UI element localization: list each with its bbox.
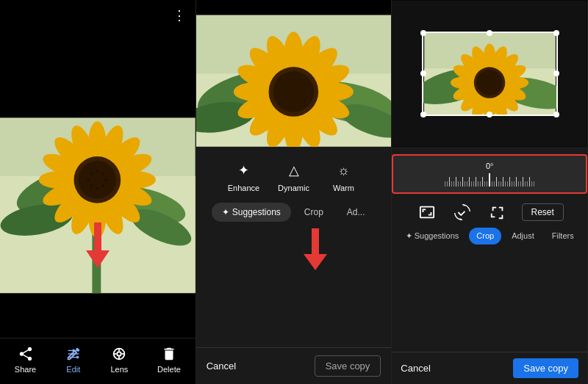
panel3-adjust-tab[interactable]: Adjust (504, 228, 542, 244)
rotation-strip[interactable]: 0° (392, 154, 587, 194)
warm-icon: ☼ (334, 160, 354, 181)
crop-handle-rm[interactable] (553, 70, 559, 76)
share-button[interactable]: Share (15, 346, 36, 374)
crop-handle-tr[interactable] (553, 30, 559, 36)
panel1-bottom-bar: Share Edit (0, 338, 196, 384)
panel2-tabs-row: ✦ Suggestions Crop Ad... (196, 203, 392, 222)
panel2-suggestions-tab[interactable]: ✦ Suggestions (212, 203, 290, 222)
rotate-icon[interactable] (451, 201, 473, 223)
delete-label: Delete (157, 365, 181, 374)
svg-point-36 (72, 349, 75, 352)
p3-suggestions-label: ✦ Suggestions (406, 231, 459, 240)
panel3-crop-tab[interactable]: Crop (469, 228, 501, 244)
crop-icons-row: Reset (416, 201, 564, 223)
adjust-tab-label: Ad... (347, 207, 365, 217)
panel2-adjust-tab[interactable]: Ad... (337, 203, 376, 222)
svg-point-97 (476, 70, 502, 95)
dynamic-tool[interactable]: △ Dynamic (276, 160, 312, 192)
crop-handle-br[interactable] (553, 112, 559, 117)
p3-filters-label: Filters (552, 231, 574, 240)
dynamic-icon: △ (284, 160, 304, 181)
crop-handle-tm[interactable] (487, 30, 492, 36)
warm-tool[interactable]: ☼ Warm (326, 160, 362, 192)
panel2-cancel-button[interactable]: Cancel (207, 361, 236, 372)
enhance-icon: ✦ (234, 160, 254, 181)
panel2-image-area (196, 0, 392, 147)
svg-point-42 (76, 356, 79, 359)
panel3-tabs-row: ✦ Suggestions Crop Adjust Filters (392, 228, 587, 244)
svg-point-73 (273, 71, 314, 112)
svg-point-25 (78, 161, 116, 199)
warm-label: Warm (333, 184, 354, 192)
svg-point-26 (90, 173, 93, 175)
p3-adjust-label: Adjust (512, 231, 534, 240)
reset-button[interactable]: Reset (522, 203, 564, 221)
aspect-ratio-icon[interactable] (416, 201, 438, 223)
edit-label: Edit (66, 365, 80, 374)
crop-handle-tl[interactable] (420, 30, 426, 36)
svg-point-30 (101, 184, 104, 187)
panel3-cancel-button[interactable]: Cancel (401, 363, 430, 374)
crop-handle-bm[interactable] (487, 112, 492, 117)
svg-point-33 (87, 178, 90, 181)
dynamic-label: Dynamic (278, 184, 309, 192)
panel3-image-area (392, 0, 587, 147)
rotation-value: 0° (486, 162, 494, 170)
crop-tab-label: Crop (304, 207, 323, 217)
panel-1: ⋮ (0, 0, 196, 384)
panel-3: 0° (392, 0, 588, 384)
crop-box[interactable] (422, 32, 558, 116)
panel1-image-area: ⋮ (0, 0, 196, 338)
edit-button[interactable]: Edit (65, 346, 82, 374)
delete-button[interactable]: Delete (157, 346, 181, 374)
panel2-bottom-bar: Cancel Save copy (196, 347, 392, 384)
crop-handle-lm[interactable] (420, 70, 426, 76)
rotation-ticks (398, 173, 581, 186)
enhance-tool[interactable]: ✦ Enhance (226, 160, 262, 192)
svg-point-44 (118, 352, 122, 356)
suggestions-tab-label: ✦ Suggestions (222, 207, 280, 217)
svg-point-32 (90, 184, 93, 187)
svg-point-27 (96, 170, 98, 173)
p3-crop-label: Crop (476, 231, 494, 240)
lens-label: Lens (111, 365, 129, 374)
panel2-tools-area: ✦ Enhance △ Dynamic ☼ Warm ✦ Suggestions… (196, 147, 392, 347)
svg-point-31 (96, 187, 98, 190)
red-arrow-2 (304, 228, 327, 270)
red-arrow-1 (86, 222, 110, 268)
panel2-save-copy-button[interactable]: Save copy (315, 355, 381, 377)
enhance-label: Enhance (228, 184, 259, 192)
crop-handle-bl[interactable] (420, 112, 426, 117)
panel3-bottom-bar: Cancel Save copy (392, 352, 587, 384)
share-label: Share (15, 365, 36, 374)
panel2-tools-row: ✦ Enhance △ Dynamic ☼ Warm (226, 160, 362, 192)
panel2-crop-tab[interactable]: Crop (294, 203, 334, 222)
panel3-crop-tools-area: 0° (392, 147, 587, 352)
panel3-suggestions-tab[interactable]: ✦ Suggestions (398, 228, 467, 244)
panel3-save-copy-button[interactable]: Save copy (513, 358, 578, 378)
svg-point-28 (101, 173, 104, 175)
panel-2: ✦ Enhance △ Dynamic ☼ Warm ✦ Suggestions… (196, 0, 392, 384)
panel3-filters-tab[interactable]: Filters (545, 228, 581, 244)
expand-icon[interactable] (487, 201, 509, 223)
svg-point-29 (104, 178, 107, 181)
svg-point-39 (71, 352, 74, 355)
lens-button[interactable]: Lens (111, 346, 129, 374)
